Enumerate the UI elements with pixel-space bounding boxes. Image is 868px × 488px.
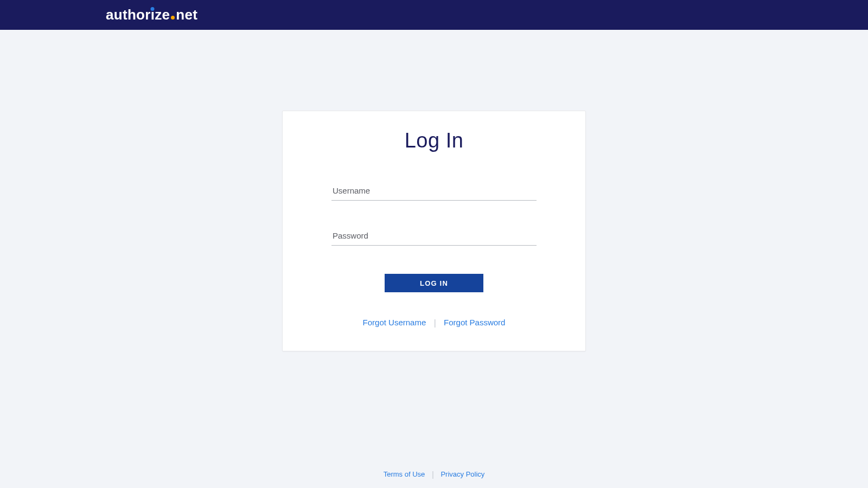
page-title: Log In [331,129,537,152]
vertical-divider-icon: | [433,318,436,329]
top-nav-bar: authorızenet [0,0,868,30]
forgot-password-link[interactable]: Forgot Password [444,318,505,327]
logo-dot-icon [171,16,175,20]
footer-links: Terms of Use | Privacy Policy [0,469,868,478]
password-field-wrap [331,228,537,246]
username-field-wrap [331,183,537,201]
forgot-username-link[interactable]: Forgot Username [363,318,426,327]
username-input[interactable] [331,183,537,201]
login-button[interactable]: LOG IN [385,274,483,292]
privacy-policy-link[interactable]: Privacy Policy [441,470,484,478]
brand-wordmark: authorızenet [106,8,197,22]
brand-logo[interactable]: authorızenet [106,8,197,23]
vertical-divider-icon: | [432,470,434,479]
help-links-row: Forgot Username | Forgot Password [331,317,537,328]
main-content: Log In LOG IN Forgot Username | Forgot P… [0,30,868,351]
terms-of-use-link[interactable]: Terms of Use [384,470,425,478]
logo-i-dot-icon [151,7,155,11]
login-card: Log In LOG IN Forgot Username | Forgot P… [282,111,586,351]
password-input[interactable] [331,228,537,246]
